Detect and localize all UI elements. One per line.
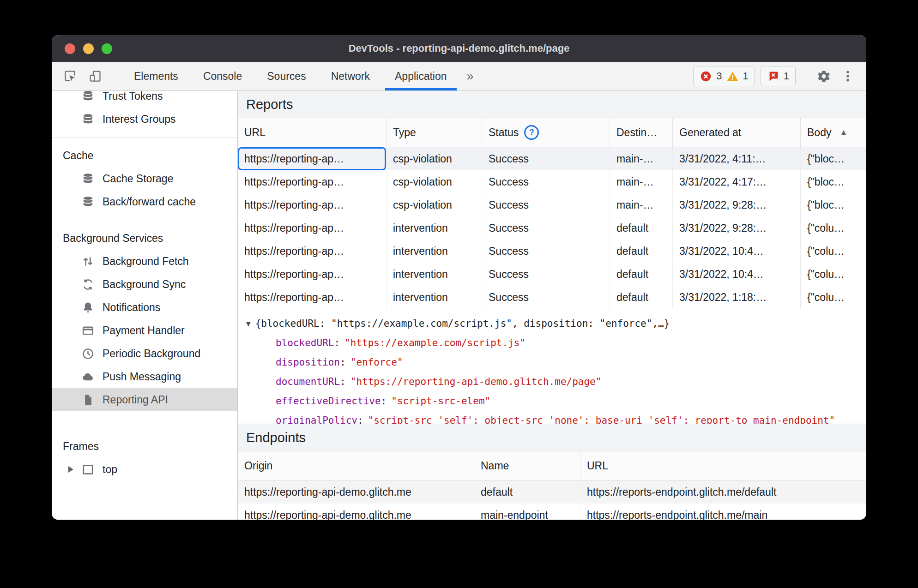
report-cell-body[interactable]: {"bloc… <box>801 170 866 193</box>
report-cell-type[interactable]: intervention <box>387 240 482 263</box>
report-cell-body[interactable]: {"colu… <box>801 286 866 309</box>
console-errors-warnings-badge[interactable]: 3 1 <box>693 66 755 86</box>
report-cell-status[interactable]: Success <box>482 170 610 193</box>
column-header-endpoint-url[interactable]: URL <box>580 451 866 480</box>
report-cell-status[interactable]: Success <box>482 147 610 170</box>
report-cell-body[interactable]: {"colu… <box>801 240 866 263</box>
report-cell-type[interactable]: csp-violation <box>387 193 482 216</box>
report-cell-body[interactable]: {"colu… <box>801 263 866 286</box>
json-preview-text: {blockedURL: "https://example.com/script… <box>255 318 670 329</box>
report-cell-generated[interactable]: 3/31/2022, 4:11:… <box>673 147 801 170</box>
report-cell-status[interactable]: Success <box>482 216 610 240</box>
tab-application[interactable]: Application <box>382 62 459 90</box>
sidebar-item-back-forward-cache[interactable]: Back/forward cache <box>52 190 237 213</box>
report-cell-destination[interactable]: default <box>610 240 673 263</box>
column-header-name[interactable]: Name <box>474 451 580 480</box>
column-header-origin[interactable]: Origin <box>238 451 474 480</box>
report-cell-type[interactable]: csp-violation <box>387 170 482 193</box>
sidebar-item-interest-groups[interactable]: Interest Groups <box>52 108 237 131</box>
endpoint-cell-origin[interactable]: https://reporting-api-demo.glitch.me <box>238 480 474 504</box>
expand-caret-icon[interactable] <box>68 466 73 473</box>
report-cell-generated[interactable]: 3/31/2022, 10:4… <box>673 240 801 263</box>
sidebar-item-trust-tokens[interactable]: Trust Tokens <box>52 91 237 108</box>
device-toolbar-icon[interactable] <box>88 69 103 84</box>
settings-gear-icon[interactable] <box>816 69 831 84</box>
report-cell-status[interactable]: Success <box>482 240 610 263</box>
report-cell-url[interactable]: https://reporting-ap… <box>238 147 387 170</box>
report-row[interactable]: https://reporting-ap… intervention Succe… <box>238 263 866 286</box>
report-cell-type[interactable]: intervention <box>387 263 482 286</box>
sidebar-item-push-messaging[interactable]: Push Messaging <box>52 365 237 388</box>
tab-sources[interactable]: Sources <box>254 62 318 90</box>
endpoint-cell-origin[interactable]: https://reporting-api-demo.glitch.me <box>238 504 474 520</box>
more-tabs-chevron-icon[interactable]: » <box>459 62 481 90</box>
report-cell-destination[interactable]: default <box>610 286 673 309</box>
column-header-destination[interactable]: Destin… <box>610 118 673 147</box>
tab-network[interactable]: Network <box>319 62 382 90</box>
report-cell-destination[interactable]: main-… <box>610 147 673 170</box>
report-cell-generated[interactable]: 3/31/2022, 9:28:… <box>673 193 801 216</box>
report-cell-type[interactable]: intervention <box>387 216 482 240</box>
inspect-element-icon[interactable] <box>63 69 78 84</box>
report-cell-generated[interactable]: 3/31/2022, 1:18:… <box>673 286 801 309</box>
report-row[interactable]: https://reporting-ap… intervention Succe… <box>238 286 866 309</box>
sidebar-section-cache: Cache <box>52 144 237 167</box>
report-cell-generated[interactable]: 3/31/2022, 10:4… <box>673 263 801 286</box>
column-header-url[interactable]: URL <box>238 118 387 147</box>
report-row[interactable]: https://reporting-ap… csp-violation Succ… <box>238 147 866 170</box>
column-header-status[interactable]: Status ? <box>482 118 610 147</box>
report-cell-url[interactable]: https://reporting-ap… <box>238 216 387 240</box>
credit-card-icon <box>81 324 95 337</box>
report-cell-status[interactable]: Success <box>482 286 610 309</box>
report-cell-url[interactable]: https://reporting-ap… <box>238 193 387 216</box>
report-cell-status[interactable]: Success <box>482 263 610 286</box>
sidebar-item-background-fetch[interactable]: Background Fetch <box>52 250 237 273</box>
sidebar-item-cache-storage[interactable]: Cache Storage <box>52 167 237 190</box>
report-cell-body[interactable]: {"bloc… <box>801 147 866 170</box>
collapse-caret-icon[interactable]: ▼ <box>246 319 251 328</box>
report-cell-body[interactable]: {"colu… <box>801 216 866 240</box>
report-cell-destination[interactable]: main-… <box>610 170 673 193</box>
report-cell-destination[interactable]: default <box>610 216 673 240</box>
report-cell-url[interactable]: https://reporting-ap… <box>238 170 387 193</box>
tab-console[interactable]: Console <box>191 62 254 90</box>
report-row[interactable]: https://reporting-ap… csp-violation Succ… <box>238 193 866 216</box>
report-cell-body[interactable]: {"bloc… <box>801 193 866 216</box>
kebab-menu-icon[interactable] <box>840 69 855 84</box>
sidebar-item-periodic-background-sync[interactable]: Periodic Background <box>52 342 237 365</box>
report-cell-url[interactable]: https://reporting-ap… <box>238 286 387 309</box>
sidebar-item-background-sync[interactable]: Background Sync <box>52 273 237 296</box>
report-cell-generated[interactable]: 3/31/2022, 9:28:… <box>673 216 801 240</box>
report-cell-destination[interactable]: main-… <box>610 193 673 216</box>
endpoint-cell-url[interactable]: https://reports-endpoint.glitch.me/main <box>580 504 866 520</box>
endpoint-row[interactable]: https://reporting-api-demo.glitch.me def… <box>238 480 866 504</box>
document-icon <box>81 393 95 407</box>
database-icon <box>81 113 95 126</box>
report-row[interactable]: https://reporting-ap… intervention Succe… <box>238 240 866 263</box>
report-row[interactable]: https://reporting-ap… csp-violation Succ… <box>238 170 866 193</box>
issues-badge[interactable]: 1 <box>761 66 796 86</box>
column-header-body[interactable]: Body ▲ <box>801 118 866 147</box>
sidebar-item-payment-handler[interactable]: Payment Handler <box>52 319 237 342</box>
column-header-type[interactable]: Type <box>387 118 482 147</box>
status-help-icon[interactable]: ? <box>524 125 539 140</box>
error-icon <box>700 70 712 83</box>
sidebar-divider <box>52 220 237 220</box>
report-row[interactable]: https://reporting-ap… intervention Succe… <box>238 216 866 240</box>
report-cell-status[interactable]: Success <box>482 193 610 216</box>
column-header-generated-at[interactable]: Generated at <box>673 118 801 147</box>
report-cell-url[interactable]: https://reporting-ap… <box>238 240 387 263</box>
endpoint-cell-name[interactable]: main-endpoint <box>474 504 580 520</box>
sidebar-item-reporting-api[interactable]: Reporting API <box>52 388 237 411</box>
endpoint-cell-url[interactable]: https://reports-endpoint.glitch.me/defau… <box>580 480 866 504</box>
report-cell-generated[interactable]: 3/31/2022, 4:17:… <box>673 170 801 193</box>
report-cell-type[interactable]: intervention <box>387 286 482 309</box>
tab-elements[interactable]: Elements <box>121 62 191 90</box>
report-cell-type[interactable]: csp-violation <box>387 147 482 170</box>
report-cell-destination[interactable]: default <box>610 263 673 286</box>
sidebar-item-notifications[interactable]: Notifications <box>52 296 237 319</box>
endpoint-row[interactable]: https://reporting-api-demo.glitch.me mai… <box>238 504 866 520</box>
sidebar-item-frame-top[interactable]: top <box>52 458 237 481</box>
report-cell-url[interactable]: https://reporting-ap… <box>238 263 387 286</box>
endpoint-cell-name[interactable]: default <box>474 480 580 504</box>
